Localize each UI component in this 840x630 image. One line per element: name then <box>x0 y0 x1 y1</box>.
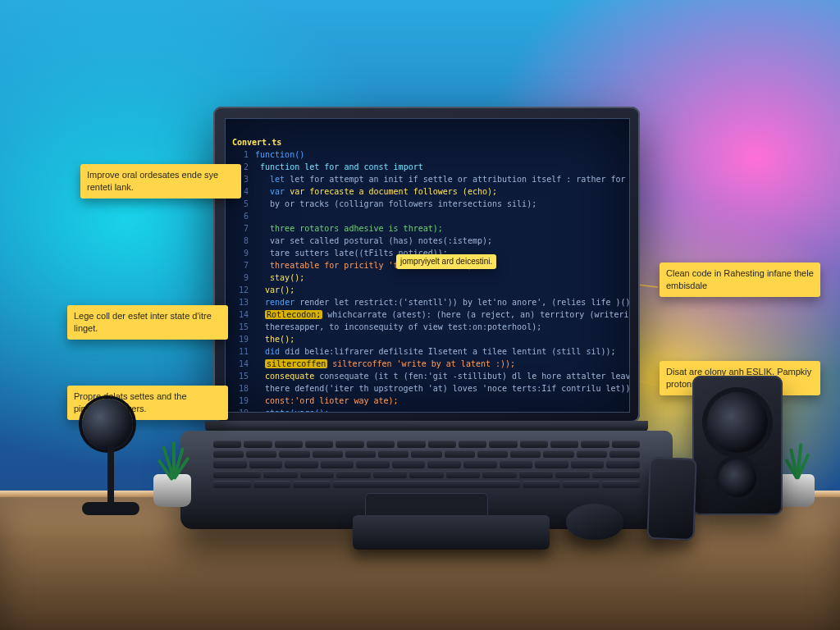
plant-left <box>148 441 197 507</box>
phone <box>646 457 696 541</box>
laptop-keyboard <box>213 441 640 488</box>
illustration-scene: Convert.ts 1function() 2 function let fo… <box>0 0 840 630</box>
function-declaration: function() <box>255 150 304 159</box>
external-keyboard <box>353 515 550 550</box>
highlighted-token: Rotlecodon; <box>265 310 322 319</box>
webcam <box>82 399 139 515</box>
inline-tooltip: jompryiyelt ard deicestini. <box>396 254 496 269</box>
editor-tab-title: Convert.ts <box>232 138 281 147</box>
callout-top-left: Improve oral ordesates ende sye renteti … <box>80 164 241 199</box>
laptop-screen-bezel: Convert.ts 1function() 2 function let fo… <box>213 107 640 422</box>
code-editor-screen: Convert.ts 1function() 2 function let fo… <box>225 118 630 413</box>
mouse <box>566 504 623 540</box>
highlighted-token: siltercoffen <box>265 359 327 368</box>
callout-top-right: Clean code in Rahesting infane thele emb… <box>660 262 820 297</box>
speaker <box>692 376 783 515</box>
callout-mid-left: Lege coll der esfet inter state d'itre l… <box>67 305 228 340</box>
laptop: Convert.ts 1function() 2 function let fo… <box>213 107 640 529</box>
